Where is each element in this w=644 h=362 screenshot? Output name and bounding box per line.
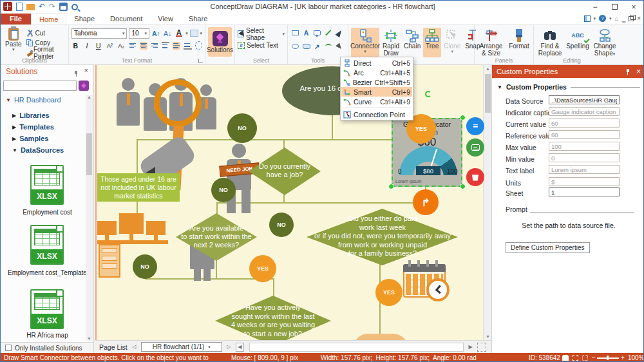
doc-minimize-icon[interactable]: ‗ [622, 15, 626, 22]
arrange-size-button[interactable]: Arrange & Size [477, 28, 505, 57]
menu-item-connection-point[interactable]: Connection Point [341, 110, 412, 119]
tab-shape[interactable]: Shape [66, 14, 102, 24]
panel-caret-icon[interactable]: ▾ [594, 17, 596, 21]
solutions-pin-icon[interactable] [73, 68, 79, 79]
font-name-combo[interactable]: Tahoma▾ [71, 28, 127, 39]
draw-rectangle-icon[interactable] [290, 28, 300, 37]
tab-view[interactable]: View [150, 14, 181, 24]
fill-color-caret-icon[interactable]: ▾ [200, 32, 203, 35]
reference-value-input[interactable] [549, 130, 620, 139]
only-installed-checkbox[interactable] [5, 345, 12, 351]
data-source-input[interactable] [549, 95, 620, 104]
underline-icon[interactable]: U [94, 41, 102, 50]
fit-page-icon[interactable] [477, 343, 486, 352]
sidebar-item-hr-dashboard[interactable]: ▼ HR Dashboard [6, 96, 61, 104]
cloud-icon[interactable]: ⌂ [615, 15, 619, 22]
pen-tool-icon[interactable] [334, 28, 344, 37]
selection-handle[interactable] [388, 184, 394, 189]
paste-button[interactable]: Paste▾ [3, 27, 24, 57]
select-shape-button[interactable]: Select Shape▾ [238, 30, 285, 38]
find-replace-button[interactable]: Find & Replace [536, 28, 564, 57]
align-right-icon[interactable] [151, 42, 158, 50]
sidebar-item-datasources[interactable]: ▼ DataSources [12, 146, 64, 154]
menu-item-arc[interactable]: ArcCtrl+Alt+5 [341, 68, 412, 77]
badge-no[interactable]: NO [133, 254, 157, 279]
tab-home[interactable]: Home [31, 14, 66, 24]
badge-no[interactable]: NO [269, 213, 294, 237]
ellipse-tool-icon[interactable] [290, 42, 300, 51]
shrink-font-icon[interactable]: A↓ [163, 29, 173, 38]
tab-share[interactable]: Share [181, 14, 215, 24]
badge-yes[interactable]: YES [375, 279, 402, 306]
zoom-slider-thumb[interactable] [607, 356, 609, 360]
page-tabs-toggle-icon[interactable]: ◀ [236, 343, 244, 352]
superscript-icon[interactable]: A² [106, 41, 114, 50]
collapsed-arrow-icon[interactable]: ▶ [12, 136, 16, 142]
doc-close-icon[interactable]: × [637, 15, 641, 22]
people-search-illustration[interactable] [110, 70, 226, 189]
sidebar-item-samples[interactable]: ▶ Samples [12, 135, 48, 142]
selection-handle[interactable] [460, 184, 466, 189]
zoom-out-icon[interactable]: − [592, 354, 596, 361]
doc-restore-icon[interactable] [629, 16, 634, 21]
zoom-select-icon[interactable] [573, 355, 578, 361]
sidebar-item-templates[interactable]: ▶ Templates [12, 123, 54, 131]
close-button[interactable]: × [624, 1, 643, 13]
tab-document[interactable]: Document [102, 14, 150, 24]
spelling-button[interactable]: ABC Spelling [566, 28, 589, 57]
collapsed-arrow-icon[interactable]: ▶ [12, 124, 16, 130]
file-label[interactable]: HR Africa map [1, 332, 94, 339]
file-employment-cost[interactable]: XLSX [30, 165, 64, 205]
text-direction-icon[interactable] [195, 41, 202, 50]
rapid-draw-button[interactable]: Rapid Draw [381, 28, 401, 57]
max-value-input[interactable] [549, 142, 620, 151]
units-input[interactable] [549, 177, 620, 186]
drawing-canvas[interactable]: Are you 16 or over? NO YES Those aged un… [94, 65, 491, 340]
next-page-icon[interactable]: ▷ [225, 343, 233, 352]
solutions-search-button[interactable] [79, 81, 89, 91]
valign-top-icon[interactable] [162, 42, 169, 50]
canvas-vscrollbar[interactable]: ▲ ▼ [483, 65, 491, 340]
sidebar-scrollbar[interactable]: ▲ ▼ [86, 95, 93, 341]
text-format-dialog-launcher-icon[interactable] [198, 59, 203, 63]
grow-font-icon[interactable]: A↑ [151, 29, 161, 38]
pointer-tool-icon[interactable] [334, 42, 344, 51]
expanded-arrow-icon[interactable]: ▼ [6, 97, 11, 103]
minimize-button[interactable]: − [585, 1, 605, 13]
define-custom-properties-button[interactable]: Define Custom Properties [506, 242, 590, 253]
fab-connector-button[interactable]: ↱ [413, 189, 439, 215]
indicator-caption-input[interactable] [549, 107, 620, 116]
clone-button[interactable]: Clone▾ [442, 28, 462, 57]
cut-button[interactable]: Cut [26, 29, 66, 37]
file-label[interactable]: Employment cost_Template [1, 269, 94, 276]
selection-handle[interactable] [460, 115, 466, 120]
zoom-in-icon[interactable]: + [621, 354, 625, 361]
menu-item-bezier[interactable]: BezierCtrl+Shift+5 [341, 77, 412, 87]
fit-screen-icon[interactable] [582, 355, 588, 361]
curve-tool-icon[interactable] [323, 42, 333, 51]
fab-data-button[interactable] [466, 138, 484, 157]
fab-delete-button[interactable] [466, 168, 484, 186]
subscript-icon[interactable]: A₂ [117, 41, 126, 50]
solutions-button[interactable]: Solutions [208, 27, 232, 57]
fab-menu-button[interactable]: ≡ [466, 117, 484, 135]
align-center-icon[interactable] [140, 42, 147, 50]
file-employment-cost-template[interactable]: XLSX [30, 225, 64, 265]
solutions-search-input[interactable] [3, 81, 77, 91]
solutions-close-icon[interactable]: × [84, 66, 88, 74]
change-shape-button[interactable]: Change Shape▾ [592, 28, 618, 57]
page-selector[interactable]: HR flowchart (1/1)▾ [141, 342, 222, 352]
help-icon[interactable]: ? [599, 15, 606, 22]
file-label[interactable]: Employment cost [1, 209, 94, 216]
line-tool-icon[interactable] [323, 28, 333, 37]
note-under16[interactable]: Those aged under 16 are not included in … [97, 173, 180, 202]
font-size-combo[interactable]: 10▾ [129, 28, 149, 39]
badge-no[interactable]: NO [211, 178, 236, 202]
fill-color-icon[interactable] [190, 30, 198, 37]
panel-close-icon[interactable]: × [636, 67, 641, 76]
scroll-up-icon[interactable]: ▲ [486, 66, 490, 71]
format-painter-button[interactable]: Format Painter [26, 48, 66, 57]
help-caret-icon[interactable]: ▾ [609, 17, 612, 21]
select-text-button[interactable]: IISelect Text [238, 41, 285, 50]
collapsed-arrow-icon[interactable]: ▶ [12, 113, 16, 119]
